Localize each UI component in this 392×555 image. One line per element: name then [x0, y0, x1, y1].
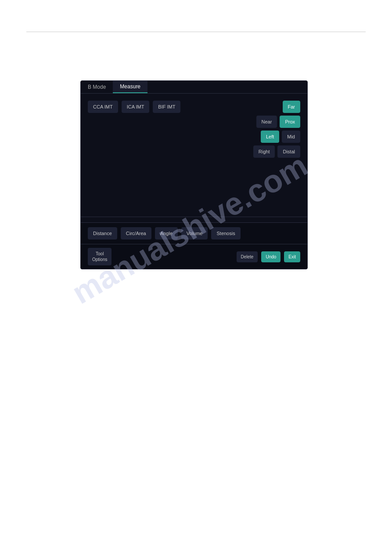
ui-panel: B Mode Measure CCA IMT ICA IMT BIF IMT F… — [80, 80, 308, 269]
left-button[interactable]: Left — [261, 131, 279, 143]
tab-measure[interactable]: Measure — [113, 81, 147, 93]
panel-content: CCA IMT ICA IMT BIF IMT Far Near Prox Le… — [81, 94, 307, 217]
mid-button[interactable]: Mid — [282, 131, 300, 143]
cca-imt-button[interactable]: CCA IMT — [88, 101, 118, 113]
right-button[interactable]: Right — [253, 145, 275, 158]
circ-area-button[interactable]: Circ/Area — [121, 227, 151, 239]
top-divider — [26, 32, 366, 32]
bif-imt-button[interactable]: BIF IMT — [153, 101, 180, 113]
left-mid-row: Left Mid — [253, 131, 300, 143]
undo-button[interactable]: Undo — [261, 251, 281, 262]
stenosis-button[interactable]: Stenosis — [211, 227, 240, 239]
action-toolbar: ToolOptions Delete Undo Exit — [81, 244, 307, 269]
distance-button[interactable]: Distance — [88, 227, 117, 239]
delete-button[interactable]: Delete — [237, 251, 258, 262]
page-container: B Mode Measure CCA IMT ICA IMT BIF IMT F… — [0, 0, 392, 555]
prox-button[interactable]: Prox — [280, 116, 300, 128]
tab-bar: B Mode Measure — [81, 81, 307, 94]
position-buttons: Far Near Prox Left Mid Right Distal — [253, 101, 300, 158]
distal-button[interactable]: Distal — [277, 145, 300, 158]
right-distal-row: Right Distal — [253, 145, 300, 158]
far-button[interactable]: Far — [283, 101, 301, 113]
angle-button[interactable]: Angle — [155, 227, 178, 239]
panel-divider — [81, 217, 307, 217]
tab-bmode[interactable]: B Mode — [81, 81, 113, 93]
tool-options-button[interactable]: ToolOptions — [88, 248, 111, 265]
ica-imt-button[interactable]: ICA IMT — [122, 101, 150, 113]
measure-toolbar: Distance Circ/Area Angle Volume Stenosis — [81, 222, 307, 244]
far-row: Far — [253, 101, 300, 113]
exit-button[interactable]: Exit — [284, 251, 300, 262]
near-button[interactable]: Near — [256, 116, 277, 128]
volume-button[interactable]: Volume — [181, 227, 208, 239]
near-prox-row: Near Prox — [253, 116, 300, 128]
